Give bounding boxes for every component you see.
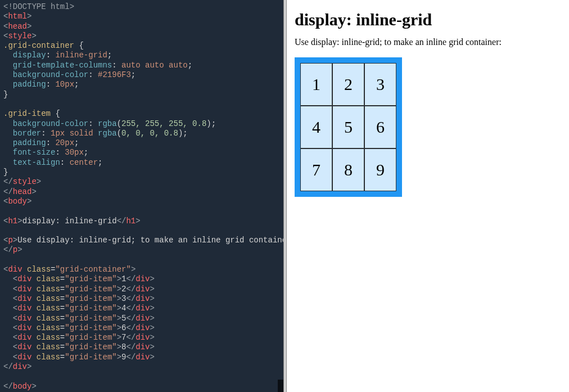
preview-pane: display: inline-grid Use display: inline… bbox=[287, 0, 569, 392]
grid-item: 6 bbox=[364, 106, 396, 148]
editor-scrollbar[interactable] bbox=[278, 380, 283, 392]
grid-item: 9 bbox=[364, 148, 396, 191]
code-token: DOCTYPE html bbox=[13, 2, 70, 11]
grid-item: 7 bbox=[300, 148, 332, 191]
grid-item: 2 bbox=[332, 63, 364, 106]
grid-item: 1 bbox=[300, 63, 332, 106]
preview-heading: display: inline-grid bbox=[295, 10, 561, 29]
grid-container: 123456789 bbox=[295, 57, 402, 197]
grid-item: 4 bbox=[300, 106, 332, 148]
code-editor-pane[interactable]: <!DOCTYPE html> <html> <head> <style> .g… bbox=[0, 0, 283, 392]
code-token: > bbox=[70, 2, 74, 11]
grid-item: 8 bbox=[332, 148, 364, 191]
grid-item: 5 bbox=[332, 106, 364, 148]
preview-description: Use display: inline-grid; to make an inl… bbox=[295, 37, 561, 47]
grid-item: 3 bbox=[364, 63, 396, 106]
code-token: <! bbox=[3, 2, 13, 11]
